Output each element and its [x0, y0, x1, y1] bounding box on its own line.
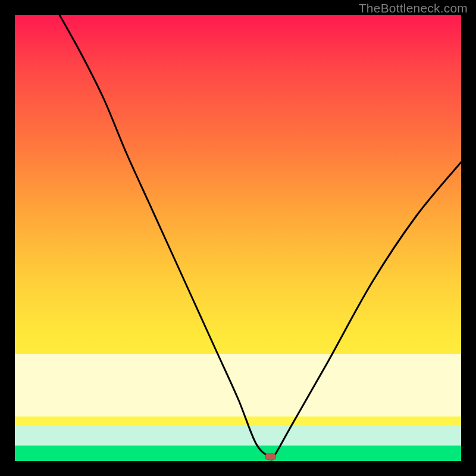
green-strip: [15, 446, 461, 461]
bottleneck-chart: [15, 15, 461, 461]
optimal-marker: [265, 453, 276, 460]
plot-area: [15, 15, 461, 461]
watermark-text: TheBottleneck.com: [359, 1, 468, 15]
chart-frame: TheBottleneck.com: [0, 0, 476, 476]
cyan-band: [15, 425, 461, 446]
pale-yellow-band: [15, 354, 461, 416]
